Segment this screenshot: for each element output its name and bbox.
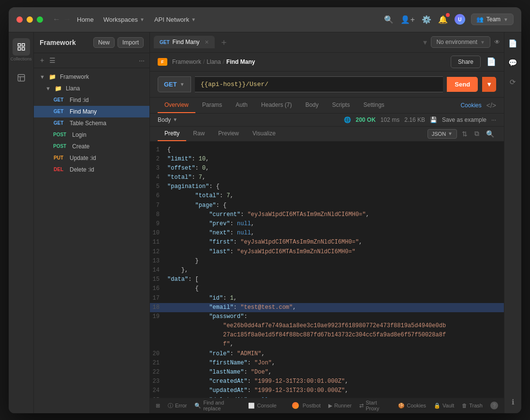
code-line: 1 { — [150, 145, 504, 155]
api-network-dropdown[interactable]: API Network ▼ — [154, 16, 196, 23]
send-dropdown-button[interactable]: ▼ — [482, 77, 496, 92]
titlebar: ← → Home Workspaces ▼ API Network ▼ 🔍 👤+… — [9, 7, 521, 32]
right-doc-icon[interactable]: 📄 — [505, 36, 520, 51]
code-line: 24 "updatedAt": "1999-12-31T23:00:00.000… — [150, 386, 504, 395]
console-icon: ⬜ — [248, 403, 255, 409]
code-line: f", — [150, 340, 504, 349]
request-area: GET ▼ Send ▼ — [150, 72, 504, 98]
forward-button[interactable]: → — [63, 15, 71, 24]
copy-icon[interactable]: ⧉ — [472, 128, 481, 140]
code-line: 11 "first": "eyJsaW1pdCI6MTAsIm9mZnNldCI… — [150, 238, 504, 247]
tab-find-many[interactable]: GET Find Many ✕ — [154, 36, 215, 48]
tab-scripts[interactable]: Scripts — [325, 98, 357, 113]
error-item[interactable]: ⓘ Error — [168, 402, 187, 409]
tab-body[interactable]: Body — [298, 98, 325, 113]
sort-icon[interactable]: ☰ — [49, 57, 56, 64]
cookies-item[interactable]: 🍪 Cookies — [398, 403, 426, 409]
right-refresh-icon[interactable]: ⟳ — [507, 75, 519, 89]
tab-close-icon[interactable]: ✕ — [205, 39, 209, 45]
tab-params[interactable]: Params — [195, 98, 229, 113]
grid-nav-item[interactable] — [13, 69, 30, 87]
vault-item[interactable]: 🔒 Vault — [434, 403, 454, 409]
code-line: 10 "next": null, — [150, 229, 504, 238]
help-item[interactable]: ? — [490, 402, 498, 409]
format-selector[interactable]: JSON ▼ — [427, 129, 457, 139]
add-icon[interactable]: ＋ — [39, 56, 45, 65]
workspace-icon: F — [158, 58, 167, 66]
save-icon: 💾 — [430, 116, 437, 123]
body-label: Body ▼ — [158, 116, 177, 123]
right-info-icon[interactable]: ℹ — [509, 395, 517, 409]
find-replace-item[interactable]: 🔍 Find and replace — [194, 400, 240, 411]
close-button[interactable] — [16, 16, 23, 23]
resp-tab-visualize[interactable]: Visualize — [246, 127, 282, 141]
document-icon[interactable]: 📄 — [486, 57, 496, 66]
send-button[interactable]: Send — [447, 77, 478, 92]
tab-overview[interactable]: Overview — [158, 98, 195, 113]
cookies-link[interactable]: Cookies — [460, 102, 481, 109]
save-example-label[interactable]: Save as example — [442, 116, 486, 123]
response-area: Pretty Raw Preview Visualize JSON ▼ ⇅ ⧉ … — [150, 127, 504, 398]
invite-icon[interactable]: 👤+ — [400, 15, 414, 24]
url-input[interactable] — [195, 76, 443, 92]
svg-rect-0 — [18, 43, 20, 46]
runner-item[interactable]: ▶ Runner — [328, 403, 352, 409]
sidebar-header: Framework New Import — [34, 32, 149, 53]
back-button[interactable]: ← — [53, 15, 60, 24]
add-tab-button[interactable]: ＋ — [216, 36, 232, 48]
home-link[interactable]: Home — [77, 16, 94, 23]
resp-tab-preview[interactable]: Preview — [211, 127, 246, 141]
tree-item-framework[interactable]: ▼ 📁 Framework — [34, 71, 149, 83]
body-dropdown-icon[interactable]: ▼ — [173, 117, 177, 122]
workspaces-dropdown[interactable]: Workspaces ▼ — [103, 16, 145, 23]
avatar[interactable]: U — [455, 14, 465, 25]
tab-headers[interactable]: Headers (7) — [254, 98, 298, 113]
team-arrow-icon: ▼ — [503, 17, 508, 22]
collections-sidebar: Framework New Import ＋ ☰ ··· ▼ 📁 Framewo… — [34, 32, 150, 413]
tree-item-find-many[interactable]: GET Find Many — [34, 106, 149, 117]
method-selector[interactable]: GET ▼ — [158, 76, 191, 92]
trash-item[interactable]: 🗑 Trash — [462, 403, 483, 408]
tab-bar-dropdown-icon[interactable]: ▾ — [423, 38, 427, 47]
new-button[interactable]: New — [93, 37, 115, 48]
format-icon[interactable]: ⇅ — [460, 128, 470, 140]
sidebar-toolbar: ＋ ☰ ··· — [34, 53, 149, 68]
postbot-item[interactable]: Postbot — [292, 402, 321, 409]
resp-tab-pretty[interactable]: Pretty — [158, 127, 186, 141]
minimize-button[interactable] — [27, 16, 33, 23]
put-method-badge: PUT — [51, 155, 66, 161]
console-item[interactable]: ⬜ Console — [248, 403, 276, 409]
tree-item-create[interactable]: POST Create — [34, 141, 149, 152]
team-button[interactable]: 👥 Team ▼ — [471, 14, 514, 25]
code-area[interactable]: 1 { 2 "limit": 10, 3 "offset": 0, 4 "tot… — [150, 142, 504, 398]
tree-item-update-id[interactable]: PUT Update :id — [34, 152, 149, 164]
notifications-icon[interactable]: 🔔 — [438, 15, 448, 24]
tree-item-delete-id[interactable]: DEL Delete :id — [34, 164, 149, 175]
env-settings-icon[interactable]: 👁 — [494, 39, 500, 45]
import-button[interactable]: Import — [118, 37, 144, 48]
tab-auth[interactable]: Auth — [229, 98, 254, 113]
more-options-icon[interactable]: ··· — [491, 116, 496, 123]
response-tabs: Pretty Raw Preview Visualize JSON ▼ ⇅ ⧉ … — [150, 127, 504, 142]
maximize-button[interactable] — [37, 16, 43, 23]
env-arrow-icon: ▼ — [480, 40, 485, 45]
share-button[interactable]: Share — [451, 56, 481, 68]
search-icon[interactable]: 🔍 — [384, 15, 394, 24]
code-line: 20 "role": "ADMIN", — [150, 349, 504, 359]
search-response-icon[interactable]: 🔍 — [484, 128, 496, 140]
tree-item-table-schema[interactable]: GET Table Schema — [34, 117, 149, 129]
vault-icon: 🔒 — [434, 403, 441, 409]
collections-nav-item[interactable]: Collections — [10, 38, 31, 61]
resp-tab-raw[interactable]: Raw — [186, 127, 211, 141]
right-chat-icon[interactable]: 💬 — [505, 56, 520, 70]
tree-item-login[interactable]: POST Login — [34, 129, 149, 141]
tab-settings[interactable]: Settings — [356, 98, 391, 113]
settings-icon[interactable]: ⚙️ — [422, 15, 431, 24]
start-proxy-item[interactable]: ⇄ Start Proxy — [359, 400, 390, 411]
layout-toggle-icon[interactable]: ⊞ — [156, 403, 160, 409]
environment-selector[interactable]: No environment ▼ — [431, 36, 490, 48]
tree-item-llana[interactable]: ▼ 📁 Llana — [34, 83, 149, 94]
code-view-icon[interactable]: </> — [486, 101, 496, 109]
tree-item-find-id[interactable]: GET Find :id — [34, 94, 149, 106]
more-icon[interactable]: ··· — [139, 57, 145, 64]
